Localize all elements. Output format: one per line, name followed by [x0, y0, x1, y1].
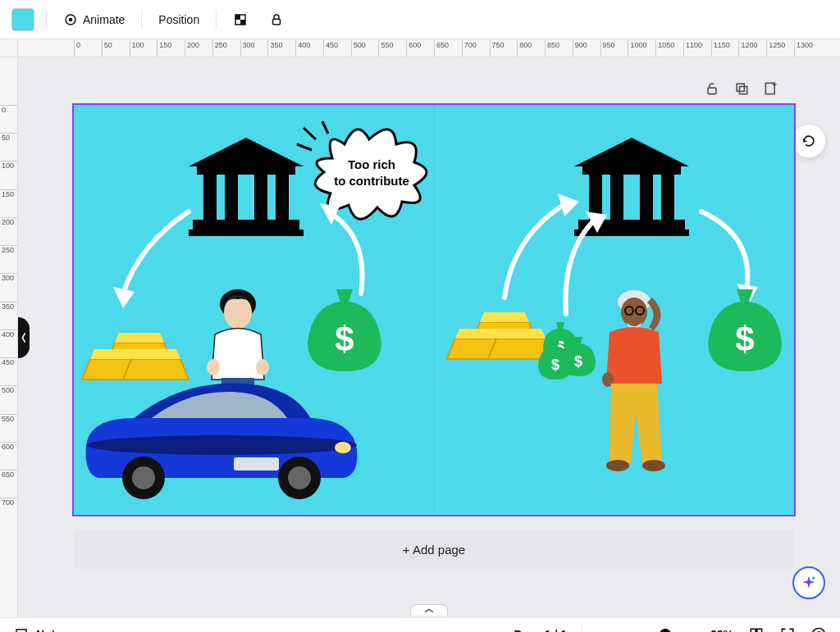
dollar-sign: $: [335, 320, 354, 358]
ruler-tick: 550: [0, 414, 18, 423]
ruler-tick: 500: [0, 385, 18, 394]
canvas-area[interactable]: Too rich to contribute: [18, 57, 840, 617]
animate-button[interactable]: Animate: [58, 9, 130, 30]
ruler-tick: 250: [212, 39, 227, 57]
lock-open-icon[interactable]: [704, 80, 720, 97]
ruler-vertical[interactable]: 0501001502002503003504004505005506006507…: [0, 57, 18, 617]
notes-button[interactable]: Notes: [13, 626, 68, 633]
gold-bars-icon[interactable]: [447, 312, 554, 359]
notes-label: Notes: [36, 628, 68, 633]
ruler-tick: 450: [0, 357, 18, 366]
svg-rect-44: [610, 175, 623, 220]
ruler-tick: 300: [240, 39, 255, 57]
svg-marker-57: [496, 329, 546, 339]
svg-rect-14: [254, 175, 267, 220]
svg-rect-46: [661, 175, 674, 220]
page-context-toolbar: [704, 80, 779, 97]
svg-point-37: [132, 466, 155, 489]
lock-button[interactable]: [264, 9, 289, 30]
svg-point-68: [812, 577, 815, 580]
svg-rect-35: [234, 457, 279, 471]
ruler-tick: 150: [0, 189, 18, 198]
ruler-tick: 900: [573, 39, 587, 57]
svg-rect-13: [225, 175, 238, 220]
ruler-tick: 1200: [738, 39, 757, 57]
duplicate-icon[interactable]: [733, 80, 750, 97]
ruler-tick: 1050: [655, 39, 674, 57]
person-illustration[interactable]: [602, 290, 665, 471]
top-toolbar: Animate Position: [0, 0, 840, 39]
svg-marker-22: [320, 203, 340, 225]
ruler-tick: 650: [434, 39, 449, 57]
money-bag-icon[interactable]: $: [708, 289, 782, 371]
svg-point-39: [288, 466, 311, 489]
car-illustration[interactable]: [86, 384, 358, 499]
grid-view-icon[interactable]: [748, 626, 765, 633]
expand-sidebar-handle[interactable]: [18, 317, 30, 358]
magic-assistant-button[interactable]: [792, 566, 825, 599]
ruler-tick: 300: [0, 273, 18, 282]
ruler-tick: 400: [295, 39, 310, 57]
svg-rect-12: [203, 175, 217, 220]
add-page-label: + Add page: [403, 543, 465, 557]
ruler-tick: 150: [157, 39, 171, 57]
svg-point-66: [642, 460, 665, 471]
ruler-horizontal[interactable]: 0501001502002503003504004505005506006507…: [18, 39, 840, 57]
svg-point-40: [335, 442, 351, 453]
regenerate-button[interactable]: [792, 125, 825, 157]
svg-marker-28: [131, 349, 180, 359]
workspace: 0501001502002503003504004505005506006507…: [0, 57, 840, 617]
ruler-tick: 0: [0, 105, 18, 114]
svg-text:$: $: [551, 357, 559, 373]
svg-rect-74: [757, 629, 762, 632]
ruler-tick: 1000: [628, 39, 646, 57]
page-center-guide: [434, 105, 435, 515]
money-bag-icon[interactable]: $: [308, 289, 381, 371]
svg-marker-27: [123, 359, 189, 380]
speech-line1: Too rich: [348, 157, 395, 171]
status-bar: Notes Page 1 / 1 69% ?: [0, 617, 840, 632]
svg-rect-15: [276, 175, 289, 220]
page-1[interactable]: Too rich to contribute: [74, 105, 794, 515]
svg-rect-42: [582, 166, 681, 175]
svg-text:$: $: [574, 353, 582, 370]
divider: [46, 10, 47, 30]
svg-rect-3: [235, 15, 240, 20]
collapse-pages-handle[interactable]: [410, 604, 448, 616]
ruler-tick: 1300: [794, 39, 813, 57]
money-bags-small-icon[interactable]: $ $ $: [538, 322, 596, 380]
bank-icon[interactable]: [189, 138, 304, 236]
ruler-tick: 550: [378, 39, 393, 57]
svg-rect-17: [189, 230, 304, 236]
svg-point-67: [606, 460, 629, 471]
svg-line-19: [322, 121, 328, 134]
zoom-value[interactable]: 69%: [710, 628, 733, 633]
fill-color-swatch[interactable]: [11, 8, 34, 31]
ruler-tick: 1250: [766, 39, 785, 57]
svg-rect-4: [240, 20, 245, 25]
ruler-tick: 100: [130, 39, 144, 57]
arrow-icon[interactable]: [113, 211, 189, 308]
fullscreen-icon[interactable]: [779, 626, 796, 633]
ruler-tick: 100: [0, 161, 18, 170]
ruler-tick: 450: [323, 39, 338, 57]
ruler-row: 0501001502002503003504004505005506006507…: [0, 39, 840, 57]
svg-line-20: [297, 144, 312, 150]
ruler-tick: 600: [0, 442, 18, 451]
gold-bars-icon[interactable]: [82, 333, 189, 380]
add-page-icon[interactable]: [763, 80, 779, 97]
ruler-tick: 850: [545, 39, 559, 57]
position-button[interactable]: Position: [153, 10, 204, 30]
person-illustration[interactable]: [207, 289, 269, 390]
help-icon[interactable]: ?: [810, 626, 827, 633]
position-label: Position: [158, 13, 199, 26]
page-indicator[interactable]: Page 1 / 1: [514, 628, 567, 633]
speech-bubble[interactable]: Too rich to contribute: [297, 121, 427, 219]
svg-marker-10: [189, 138, 304, 166]
ruler-tick: 350: [0, 302, 18, 311]
ruler-tick: 200: [185, 39, 199, 57]
animate-icon: [63, 12, 78, 27]
svg-point-30: [224, 296, 252, 329]
add-page-button[interactable]: + Add page: [74, 530, 794, 569]
transparency-button[interactable]: [228, 9, 253, 30]
